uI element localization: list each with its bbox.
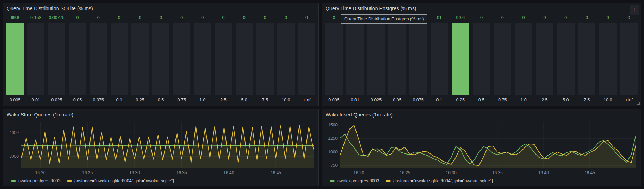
bar-track [325,23,343,95]
bar-value-label: 0 [515,15,532,21]
histogram-bar-column: 00.025 [367,15,385,104]
legend-series-label[interactable]: nwaku-postgres:8003 [18,178,61,183]
legend-item[interactable]: {instance="nwaku-sqlite:8004", job="nwak… [386,178,493,183]
bar-track [367,23,385,95]
histogram-bar-column: 02.5 [215,15,232,104]
histogram-bar-column: 00.25 [131,15,149,104]
x-axis-tick: 16:20 [353,170,364,175]
panel-title-insert[interactable]: Waku Insert Queries (1m rate) [326,112,393,118]
bar-value-label: 0 [578,15,596,21]
legend-series-label[interactable]: {instance="nwaku-sqlite:8004", job="nwak… [74,178,174,183]
insert-queries-chart[interactable]: 75010001250150016:2016:2516:3016:3516:40… [323,119,639,176]
bar-bucket-label: 0.01 [27,95,44,104]
bar-value-label: 0 [557,15,575,21]
bar-fill [6,23,24,95]
bar-value-label: 0 [494,15,511,21]
histogram-bar-column: 00.5 [152,15,169,104]
legend-series-label[interactable]: {instance="nwaku-sqlite:8004", job="nwak… [393,178,493,183]
histogram-bar-column: 05.0 [236,15,253,104]
bar-fill [409,95,427,95]
legend-series-swatch-icon [11,180,16,182]
histogram-bar-column: 00.01 [346,15,364,104]
histogram-bar-column: 0.007750.025 [48,15,65,104]
bar-bucket-label: 1.0 [194,95,211,104]
x-axis-tick: 16:40 [223,170,234,175]
legend-series-swatch-icon [330,180,335,182]
panel-title-postgres[interactable]: Query Time Distribution Postgres (% ms) [326,6,416,11]
bar-fill [431,95,448,95]
x-axis-tick: 16:30 [446,170,457,175]
bar-fill [536,95,553,95]
bar-track [277,23,295,95]
bar-bucket-label: 10.0 [277,95,295,104]
bar-fill [277,95,295,95]
legend-series-swatch-icon [386,180,391,182]
histogram-bar-column: 00.75 [173,15,190,104]
panel-query-time-sqlite: Query Time Distribution SQLite (% ms) 99… [3,3,319,106]
bar-track [111,23,128,95]
legend-item[interactable]: nwaku-postgres:8003 [330,178,379,183]
legend-item[interactable]: {instance="nwaku-sqlite:8004", job="nwak… [67,178,174,183]
bar-fill [388,95,406,95]
legend-item[interactable]: nwaku-postgres:8003 [11,178,61,183]
panel-title-store[interactable]: Waku Store Queries (1m rate) [7,112,73,118]
histogram-bar-column: 00.005 [325,15,343,104]
histogram-bar-column: 02.5 [536,15,553,104]
store-queries-chart[interactable]: 3000400016:2016:2516:3016:3516:4016:45 [5,119,317,176]
bar-value-label: 0 [473,15,490,21]
panel-title-sqlite[interactable]: Query Time Distribution SQLite (% ms) [7,6,93,11]
bar-fill [69,95,86,95]
y-axis-tick: 1000 [328,150,338,155]
timeseries-plot[interactable]: 3000400016:2016:2516:3016:3516:4016:45 [5,119,317,176]
legend-series-label[interactable]: nwaku-postgres:8003 [337,178,379,183]
bar-fill [620,95,638,95]
x-axis-tick: 16:40 [538,170,549,175]
x-axis-tick: 16:30 [129,170,140,175]
panel-resize-handle[interactable] [637,102,640,105]
bar-fill [599,95,617,95]
bar-bucket-label: 1.0 [515,95,532,104]
bar-fill [48,95,65,95]
histogram-bar-column: 00.075 [90,15,107,104]
histogram-bar-column: 010.1 [431,15,448,104]
bar-value-label: 0 [298,15,315,21]
bar-value-label: 99.8 [6,15,24,21]
x-axis-tick: 16:25 [400,170,410,175]
bar-track [236,23,253,95]
bar-bucket-label: 2.5 [215,95,232,104]
histogram-bar-column: 010.0 [599,15,617,104]
timeseries-plot[interactable]: 75010001250150016:2016:2516:3016:3516:40… [323,119,639,176]
bar-value-label: 0 [620,15,638,21]
bar-track [48,23,65,95]
bar-fill [256,95,274,95]
histogram-bar-column: 0+Inf [620,15,638,104]
panel-header: Waku Insert Queries (1m rate) [322,109,641,120]
bar-fill [236,95,253,95]
bar-value-label: 0 [215,15,232,21]
bar-value-label: 01 [431,15,448,21]
x-axis-tick: 16:35 [492,170,503,175]
bar-fill [131,95,149,95]
bar-track [473,23,490,95]
bar-track [431,23,448,95]
bar-track [452,23,469,95]
bar-bucket-label: 0.05 [388,95,406,104]
bar-value-label: 0 [131,15,149,21]
bar-track [194,23,211,95]
bar-fill [298,95,315,95]
bar-track [409,23,427,95]
bar-track [557,23,575,95]
bar-value-label: 0 [111,15,128,21]
bar-bucket-label: 0.75 [494,95,511,104]
bar-fill [557,95,575,95]
histogram-bar-column: 07.5 [578,15,596,104]
panel-menu-kebab-icon[interactable]: ⋮ [630,5,639,15]
postgres-histogram: 00.00500.0100.02500.0500.075010.199.60.2… [325,15,638,104]
bar-fill [27,95,44,95]
bar-value-label: 0 [256,15,274,21]
histogram-bar-column: 07.5 [256,15,274,104]
bar-value-label: 0 [173,15,190,21]
histogram-bar-column: 0.1530.01 [27,15,44,104]
bar-fill [152,95,169,95]
bar-fill [325,95,343,95]
